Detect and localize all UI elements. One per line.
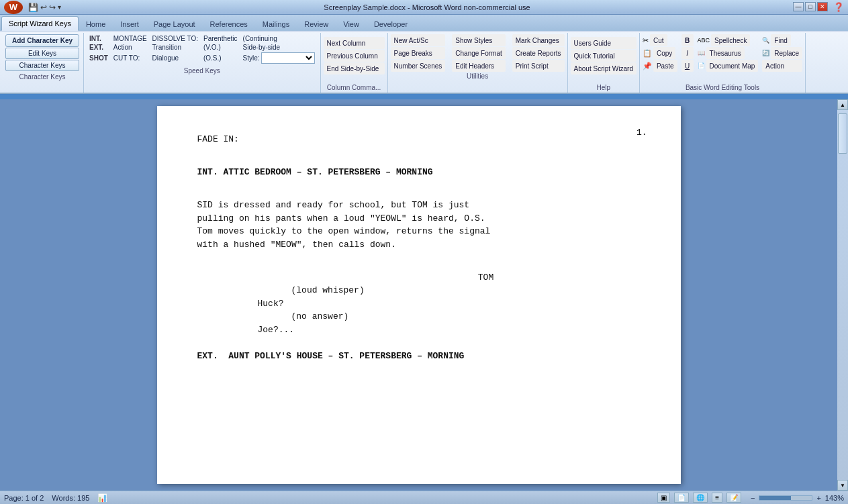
office-button[interactable]: W xyxy=(4,1,23,14)
cut-button[interactable]: Cut xyxy=(650,34,667,46)
scroll-thumb[interactable] xyxy=(838,113,847,154)
page-breaks-button[interactable]: Page Breaks xyxy=(391,47,446,59)
edit-headers-button[interactable]: Edit Headers xyxy=(452,60,505,72)
basic-word-group: ✂ Cut 📋 Copy 📌 Paste B I U xyxy=(640,33,806,93)
scroll-track[interactable] xyxy=(837,110,848,480)
edit-keys-button[interactable]: Edit Keys xyxy=(5,48,79,59)
speed-key-cutto[interactable]: CUT TO: xyxy=(111,52,150,64)
status-left: Page: 1 of 2 Words: 195 📊 xyxy=(4,493,107,503)
word-count: Words: 195 xyxy=(52,494,89,502)
scroll-up-button[interactable]: ▲ xyxy=(837,99,848,110)
show-styles-button[interactable]: Show Styles xyxy=(452,34,505,46)
speed-key-dialogue[interactable]: Dialogue xyxy=(150,52,201,64)
style-dropdown[interactable] xyxy=(261,52,315,64)
utilities-group: New Act/Sc Page Breaks Number Scenes Sho… xyxy=(388,33,568,93)
document-page: 1. FADE IN: INT. ATTIC BEDROOM – ST. PET… xyxy=(157,106,681,484)
redo-icon[interactable]: ↪ xyxy=(49,3,56,12)
speed-keys-label: Speed Keys xyxy=(87,67,318,74)
ribbon: Script Wizard Keys Home Insert Page Layo… xyxy=(0,15,848,94)
document-area: 1. FADE IN: INT. ATTIC BEDROOM – ST. PET… xyxy=(0,99,848,491)
thesaurus-button[interactable]: Thesaurus xyxy=(706,47,745,59)
speed-key-int[interactable]: INT. xyxy=(87,34,111,43)
underline-button[interactable]: U xyxy=(681,60,694,72)
change-format-button[interactable]: Change Format xyxy=(452,47,505,59)
new-act-sc-button[interactable]: New Act/Sc xyxy=(391,34,446,46)
utilities-label: Utilities xyxy=(391,72,565,80)
spellcheck-button[interactable]: Spellcheck xyxy=(711,34,750,46)
quick-tutorial-button[interactable]: Quick Tutorial xyxy=(571,50,637,62)
mark-changes-button[interactable]: Mark Changes xyxy=(512,34,565,46)
tab-home[interactable]: Home xyxy=(79,16,113,31)
document-map-button[interactable]: Document Map xyxy=(706,60,759,72)
find-button[interactable]: Find xyxy=(771,34,790,46)
italic-button[interactable]: I xyxy=(681,47,694,59)
tab-review[interactable]: Review xyxy=(297,16,336,31)
add-character-button[interactable]: Add Character Key xyxy=(5,34,79,47)
create-reports-button[interactable]: Create Reports xyxy=(512,47,565,59)
speed-key-style: Style: xyxy=(240,52,318,64)
bold-button[interactable]: B xyxy=(681,34,694,46)
speed-key-vo[interactable]: (V.O.) xyxy=(201,43,240,52)
users-guide-button[interactable]: Users Guide xyxy=(571,37,637,49)
close-button[interactable]: ✕ xyxy=(817,2,828,11)
maximize-button[interactable]: □ xyxy=(805,2,816,11)
tab-insert[interactable]: Insert xyxy=(113,16,146,31)
script-action-1: SID is dressed and ready for school, but… xyxy=(197,199,641,251)
speed-key-shot[interactable]: SHOT xyxy=(87,52,111,64)
end-side-by-side-button[interactable]: End Side-by-Side xyxy=(324,62,385,74)
save-icon[interactable]: 💾 xyxy=(28,3,38,12)
speed-key-transition[interactable]: Transition xyxy=(150,43,201,52)
speed-key-action[interactable]: Action xyxy=(111,43,150,52)
copy-button[interactable]: Copy xyxy=(653,47,675,59)
status-icon: 📊 xyxy=(97,493,107,503)
minimize-button[interactable]: — xyxy=(793,2,804,11)
view-draft-button[interactable]: 📝 xyxy=(726,493,741,503)
help-label: Help xyxy=(571,84,637,91)
document-scroll[interactable]: 1. FADE IN: INT. ATTIC BEDROOM – ST. PET… xyxy=(0,99,837,491)
zoom-in-icon[interactable]: + xyxy=(816,494,820,502)
paste-button[interactable]: Paste xyxy=(653,60,677,72)
speed-key-os[interactable]: (O.S.) xyxy=(201,52,240,64)
view-normal-button[interactable]: ▣ xyxy=(657,493,670,503)
next-column-button[interactable]: Next Column xyxy=(324,37,385,49)
script-paren-2: (no answer) xyxy=(291,310,641,323)
page-info: Page: 1 of 2 xyxy=(4,494,44,502)
undo-icon[interactable]: ↩ xyxy=(40,3,47,12)
speed-key-sidebyside[interactable]: Side-by-side xyxy=(240,43,318,52)
zoom-slider[interactable] xyxy=(759,495,812,501)
previous-column-button[interactable]: Previous Column xyxy=(324,50,385,62)
tab-script-wizard[interactable]: Script Wizard Keys xyxy=(1,16,79,31)
tab-view[interactable]: View xyxy=(336,16,367,31)
speed-key-montage[interactable]: MONTAGE xyxy=(111,34,150,43)
tab-page-layout[interactable]: Page Layout xyxy=(146,16,203,31)
title-bar: W 💾 ↩ ↪ ▾ Screenplay Sample.docx - Micro… xyxy=(0,0,848,15)
tab-references[interactable]: References xyxy=(203,16,255,31)
scissors-icon: ✂ xyxy=(643,36,649,45)
scroll-down-button[interactable]: ▼ xyxy=(837,480,848,491)
window-controls: — □ ✕ ❓ xyxy=(793,2,844,12)
zoom-out-icon[interactable]: − xyxy=(751,494,755,502)
view-outline-button[interactable]: ≡ xyxy=(712,493,722,503)
speed-key-parenthetic[interactable]: Parenthetic xyxy=(201,34,240,43)
number-scenes-button[interactable]: Number Scenes xyxy=(391,60,446,72)
help-button[interactable]: ❓ xyxy=(833,2,844,12)
find-icon: 🔍 xyxy=(762,37,769,44)
vertical-scrollbar[interactable]: ▲ ▼ xyxy=(837,99,848,491)
status-right: ▣ 📄 🌐 ≡ 📝 − + 143% xyxy=(657,493,844,503)
about-script-wizard-button[interactable]: About Script Wizard xyxy=(571,62,637,74)
ribbon-content: Add Character Key Edit Keys Character Ke… xyxy=(0,31,848,93)
view-web-button[interactable]: 🌐 xyxy=(693,493,708,503)
tab-mailings[interactable]: Mailings xyxy=(255,16,297,31)
speed-key-dissolve[interactable]: DISSOLVE TO: xyxy=(150,34,201,43)
speed-key-continuing[interactable]: (Continuing xyxy=(240,34,318,43)
help-group: Users Guide Quick Tutorial About Script … xyxy=(568,33,640,93)
tab-row: Script Wizard Keys Home Insert Page Layo… xyxy=(0,15,848,31)
paste-icon: 📌 xyxy=(643,62,652,70)
character-keys-button[interactable]: Character Keys xyxy=(5,60,79,71)
print-script-button[interactable]: Print Script xyxy=(512,60,565,72)
tab-developer[interactable]: Developer xyxy=(367,16,415,31)
replace-button[interactable]: Replace xyxy=(771,47,802,59)
speed-key-ext[interactable]: EXT. xyxy=(87,43,111,52)
action-button[interactable]: Action xyxy=(762,60,802,72)
view-layout-button[interactable]: 📄 xyxy=(674,493,689,503)
